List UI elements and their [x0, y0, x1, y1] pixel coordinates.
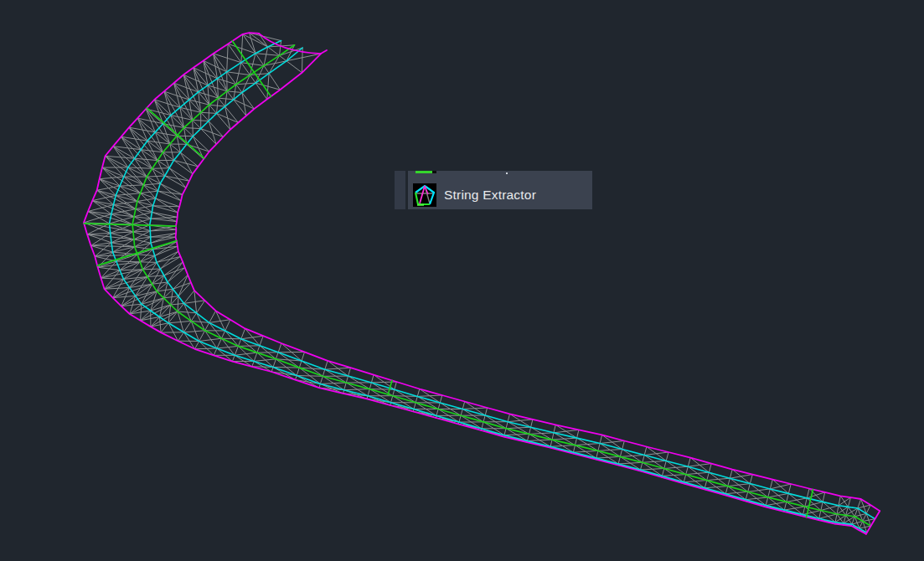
menu-item-string-extractor[interactable]: String Extractor — [408, 180, 592, 209]
green-section-lines — [84, 41, 813, 517]
tin-triangulation-lines — [84, 33, 875, 534]
corridor-surface[interactable] — [84, 33, 880, 534]
string-extractor-icon — [413, 183, 436, 207]
cursor-pixel-dot — [506, 172, 508, 174]
toolbar-rail — [395, 171, 405, 209]
menu-item-label: String Extractor — [444, 188, 536, 203]
partial-icon-shadow-fragment — [432, 171, 436, 173]
partial-icon-fragment-above — [416, 171, 432, 173]
application-window: String Extractor — [0, 0, 924, 561]
string-extractor-flyout: String Extractor — [408, 171, 592, 209]
model-space-canvas[interactable] — [0, 0, 924, 561]
